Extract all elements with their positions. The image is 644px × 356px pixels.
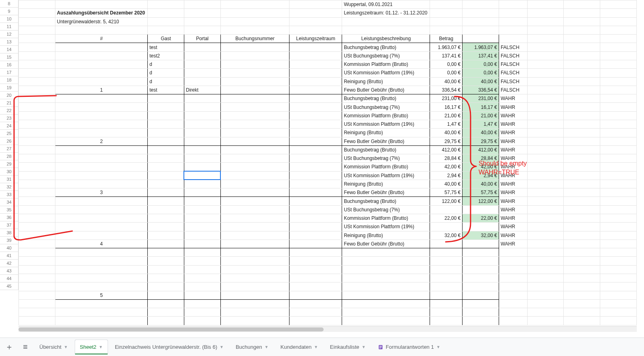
cell-J37[interactable]	[499, 248, 527, 257]
cell-C13[interactable]: test	[148, 43, 184, 51]
cell-J27[interactable]: WAHR	[499, 163, 527, 171]
cell-E10[interactable]	[220, 17, 289, 26]
cell-G32[interactable]: USt Buchungsbetrag (7%)	[342, 205, 430, 214]
cell-A23[interactable]	[19, 129, 55, 137]
row-header[interactable]: 20	[0, 92, 18, 99]
cell-J24[interactable]: WAHR	[499, 137, 527, 145]
cell-D31[interactable]	[184, 197, 220, 205]
cell-H41[interactable]	[430, 282, 463, 291]
cell-J36[interactable]: WAHR	[499, 239, 527, 248]
cell-C36[interactable]	[148, 239, 184, 248]
cell-J45[interactable]	[499, 317, 527, 325]
cell-G15[interactable]: Kommission Plattform (Brutto)	[342, 60, 430, 68]
cell-M10[interactable]	[600, 17, 637, 26]
cell-M32[interactable]	[600, 205, 637, 214]
cell-A28[interactable]	[19, 171, 55, 180]
cell-L24[interactable]	[564, 137, 600, 145]
cell-I43[interactable]	[463, 299, 499, 308]
cell-K20[interactable]	[527, 103, 564, 111]
cell-G38[interactable]	[342, 257, 430, 265]
cell-F20[interactable]	[289, 103, 342, 111]
cell-C20[interactable]	[148, 103, 184, 111]
cell-G24[interactable]: Fewo Butler Gebühr (Brutto)	[342, 137, 430, 145]
cell-F25[interactable]	[289, 145, 342, 154]
cell-H25[interactable]: 412,00 €	[430, 145, 463, 154]
cell-D14[interactable]	[184, 51, 220, 60]
cell-F41[interactable]	[289, 282, 342, 291]
cell-D40[interactable]	[184, 274, 220, 282]
cell-E11[interactable]	[220, 26, 289, 34]
cell-H15[interactable]: 0,00 €	[430, 60, 463, 68]
cell-K36[interactable]	[527, 239, 564, 248]
cell-B44[interactable]	[55, 308, 147, 317]
cell-I9[interactable]	[463, 9, 499, 17]
cell-D23[interactable]	[184, 129, 220, 137]
cell-B34[interactable]	[55, 223, 147, 231]
row-header[interactable]: 29	[0, 160, 18, 168]
cell-J41[interactable]	[499, 282, 527, 291]
cell-G8[interactable]: Wuppertal, 09.01.2021	[342, 0, 430, 9]
cell-J29[interactable]: WAHR	[499, 180, 527, 188]
cell-J12[interactable]	[499, 35, 527, 43]
cell-H35[interactable]: 32,00 €	[430, 231, 463, 239]
cell-D17[interactable]	[184, 77, 220, 86]
cell-F28[interactable]	[289, 171, 342, 180]
cell-C26[interactable]	[148, 154, 184, 163]
cell-H12[interactable]: Betrag	[430, 35, 463, 43]
cell-H38[interactable]	[430, 257, 463, 265]
cell-H27[interactable]: 42,00 €	[430, 163, 463, 171]
cell-D24[interactable]	[184, 137, 220, 145]
cell-D41[interactable]	[184, 282, 220, 291]
cell-I29[interactable]: 40,00 €	[463, 180, 499, 188]
cell-J20[interactable]: WAHR	[499, 103, 527, 111]
row-header[interactable]: 25	[0, 130, 18, 137]
cell-M30[interactable]	[600, 188, 637, 197]
cell-D15[interactable]	[184, 60, 220, 68]
row-header[interactable]: 30	[0, 168, 18, 176]
cell-M27[interactable]	[600, 163, 637, 171]
cell-A27[interactable]	[19, 163, 55, 171]
cell-H32[interactable]	[430, 205, 463, 214]
sheet-tab-einzelnachweis-untergrünewalderstr.-(bis-6)[interactable]: Einzelnachweis Untergrünewalderstr. (Bis…	[110, 340, 228, 354]
cell-A39[interactable]	[19, 265, 55, 274]
cell-F10[interactable]	[289, 17, 342, 26]
cell-G25[interactable]: Buchungsbetrag (Brutto)	[342, 145, 430, 154]
cell-K11[interactable]	[527, 26, 564, 34]
cell-M26[interactable]	[600, 154, 637, 163]
cell-C18[interactable]: test	[148, 86, 184, 94]
cell-I10[interactable]	[463, 17, 499, 26]
cell-K19[interactable]	[527, 94, 564, 103]
cell-D43[interactable]	[184, 299, 220, 308]
cell-E43[interactable]	[220, 299, 289, 308]
cell-A33[interactable]	[19, 214, 55, 223]
cell-B15[interactable]	[55, 60, 147, 68]
row-header[interactable]: 18	[0, 76, 18, 84]
cell-M20[interactable]	[600, 103, 637, 111]
cell-M16[interactable]	[600, 69, 637, 77]
cell-C11[interactable]	[148, 26, 184, 34]
cell-E18[interactable]	[220, 86, 289, 94]
cell-F13[interactable]	[289, 43, 342, 51]
cell-J23[interactable]: WAHR	[499, 129, 527, 137]
cell-J18[interactable]: FALSCH	[499, 86, 527, 94]
cell-E44[interactable]	[220, 308, 289, 317]
cell-I39[interactable]	[463, 265, 499, 274]
cell-J8[interactable]	[499, 0, 527, 9]
cell-A44[interactable]	[19, 308, 55, 317]
spreadsheet-grid[interactable]: Wuppertal, 09.01.2021Auszahlungsübersich…	[18, 0, 637, 325]
cell-I12[interactable]	[463, 35, 499, 43]
cell-H16[interactable]: 0,00 €	[430, 69, 463, 77]
cell-D10[interactable]	[184, 17, 220, 26]
row-header[interactable]: 12	[0, 31, 18, 38]
cell-G43[interactable]	[342, 299, 430, 308]
cell-B30[interactable]: 3	[55, 188, 147, 197]
cell-E42[interactable]	[220, 291, 289, 299]
cell-K16[interactable]	[527, 69, 564, 77]
cell-I24[interactable]: 29,75 €	[463, 137, 499, 145]
cell-K12[interactable]	[527, 35, 564, 43]
cell-F37[interactable]	[289, 248, 342, 257]
cell-B35[interactable]	[55, 231, 147, 239]
cell-J35[interactable]: WAHR	[499, 231, 527, 239]
cell-K43[interactable]	[527, 299, 564, 308]
cell-B37[interactable]	[55, 248, 147, 257]
